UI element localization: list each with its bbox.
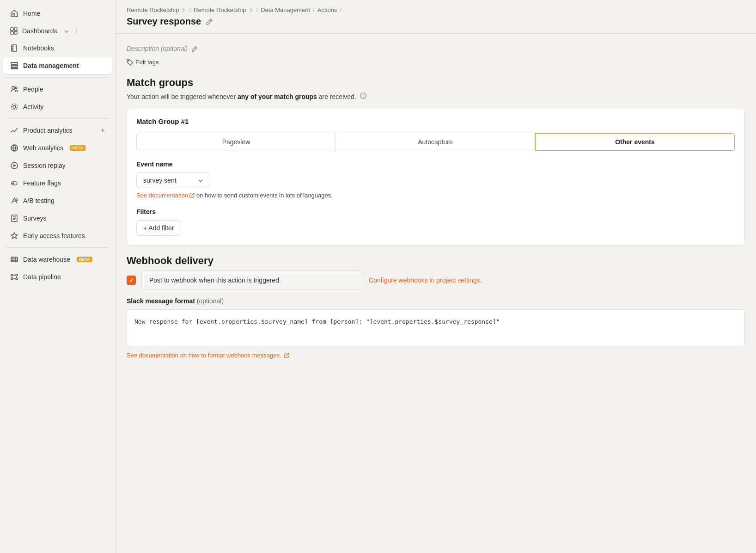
svg-rect-1 [14, 28, 17, 31]
sidebar-item-activity[interactable]: Activity [3, 98, 112, 115]
doc-link-suffix: on how to send custom events in lots of … [196, 192, 333, 199]
match-groups-desc-prefix: Your action will be triggered whenever [127, 93, 238, 100]
breadcrumb-sep-3: / [313, 6, 315, 13]
svg-rect-3 [14, 31, 17, 34]
sidebar-item-people-label: People [23, 86, 43, 93]
sidebar-divider-2 [6, 118, 110, 119]
sidebar-item-home[interactable]: Home [3, 5, 112, 22]
match-groups-title: Match groups [127, 77, 745, 89]
data-warehouse-icon [10, 255, 18, 264]
tab-autocapture[interactable]: Autocapture [336, 133, 535, 151]
plus-icon[interactable]: + [101, 126, 105, 135]
description-placeholder: Description (optional) [127, 45, 188, 52]
breadcrumb-sep-2: / [256, 6, 258, 13]
sidebar-item-early-access[interactable]: Early access features [3, 227, 112, 244]
sidebar-item-product-analytics[interactable]: Product analytics + [3, 122, 112, 139]
sidebar-item-data-pipeline[interactable]: Data pipeline [3, 269, 112, 285]
breadcrumb-bar: Remote Rocketship / Remote Rocketship / … [116, 0, 756, 34]
sidebar-item-session-replay-label: Session replay [23, 162, 66, 169]
data-pipeline-icon [10, 273, 18, 281]
sidebar-item-ab-testing[interactable]: A/B testing [3, 192, 112, 209]
webhook-section-title: Webhook delivery [127, 255, 745, 267]
data-management-icon [10, 61, 18, 70]
add-filter-button[interactable]: + Add filter [136, 220, 181, 236]
slack-format-label: Slack message format [127, 297, 195, 305]
svg-rect-2 [11, 31, 13, 34]
product-analytics-icon [10, 126, 18, 135]
sidebar-item-activity-label: Activity [23, 103, 43, 111]
sidebar-item-data-warehouse[interactable]: Data warehouse BETA [3, 251, 112, 268]
doc-link[interactable]: See documentation [136, 192, 195, 199]
sidebar-item-home-label: Home [23, 10, 40, 17]
breadcrumb-sep-1: / [189, 6, 191, 13]
event-name-dropdown[interactable]: survey sent [136, 172, 210, 188]
sidebar-item-web-analytics[interactable]: Web analytics BETA [3, 140, 112, 156]
early-access-icon [10, 232, 18, 240]
webhook-section: Webhook delivery ✓ Post to webhook when … [127, 255, 745, 359]
svg-rect-7 [11, 68, 18, 69]
web-analytics-beta-badge: BETA [70, 145, 85, 151]
svg-point-9 [15, 87, 17, 89]
dashboards-icon [10, 27, 18, 35]
sidebar: Home Dashboards | Notebooks [0, 0, 116, 553]
breadcrumb-chevron-1 [181, 7, 186, 13]
tab-pageview[interactable]: Pageview [137, 133, 336, 151]
webhook-checkbox-row: ✓ Post to webhook when this action is tr… [127, 270, 745, 290]
breadcrumb-label-3: Data Management [261, 6, 310, 13]
match-groups-desc-suffix: are received. [317, 93, 356, 100]
breadcrumb-item-2[interactable]: Remote Rocketship [194, 6, 253, 13]
info-icon [360, 92, 366, 99]
breadcrumb-item-3[interactable]: Data Management [261, 6, 310, 13]
event-name-label: Event name [136, 160, 735, 168]
slack-message-text: New response for [event.properties.$surv… [134, 318, 500, 325]
divider-icon: | [76, 28, 77, 34]
svg-point-11 [12, 104, 18, 110]
sidebar-item-data-management[interactable]: Data management [3, 57, 112, 74]
doc-link-text: See documentation [136, 192, 188, 199]
sidebar-item-web-analytics-label: Web analytics [23, 144, 63, 152]
sidebar-item-surveys[interactable]: Surveys [3, 210, 112, 227]
breadcrumb-item-4[interactable]: Actions [317, 6, 337, 13]
page-title: Survey response [127, 16, 201, 27]
webhook-doc-link[interactable]: See documentation on how to format webho… [127, 352, 289, 359]
svg-point-21 [16, 274, 18, 276]
breadcrumb: Remote Rocketship / Remote Rocketship / … [127, 6, 745, 13]
edit-description-button[interactable] [191, 45, 198, 52]
match-group-title: Match Group #1 [136, 117, 735, 125]
breadcrumb-label-1: Remote Rocketship [127, 6, 179, 13]
sidebar-item-dashboards[interactable]: Dashboards | [3, 23, 112, 39]
edit-tags-label: Edit tags [135, 59, 159, 66]
breadcrumb-chevron-2 [248, 7, 254, 13]
sidebar-item-feature-flags-label: Feature flags [23, 179, 61, 187]
slack-message-box[interactable]: New response for [event.properties.$surv… [127, 309, 745, 346]
sidebar-item-notebooks-label: Notebooks [23, 44, 54, 52]
sidebar-item-feature-flags[interactable]: Feature flags [3, 175, 112, 191]
tab-other-events[interactable]: Other events [535, 133, 735, 151]
sidebar-item-product-analytics-label: Product analytics [23, 127, 73, 134]
breadcrumb-item-1[interactable]: Remote Rocketship [127, 6, 186, 13]
match-group-card: Match Group #1 Pageview Autocapture Othe… [127, 108, 745, 246]
sidebar-item-notebooks[interactable]: Notebooks [3, 40, 112, 56]
people-icon [10, 85, 18, 93]
edit-title-button[interactable] [206, 18, 213, 26]
tabs-row: Pageview Autocapture Other events [136, 133, 735, 151]
page-title-row: Survey response [127, 16, 745, 33]
webhook-doc-link-text: See documentation on how to format webho… [127, 352, 281, 359]
sidebar-item-people[interactable]: People [3, 81, 112, 98]
webhook-doc-link-row: See documentation on how to format webho… [127, 352, 745, 359]
svg-point-20 [11, 274, 13, 276]
sidebar-divider-1 [6, 77, 110, 78]
configure-webhooks-link[interactable]: Configure webhooks in project settings. [369, 276, 482, 284]
content-area: Description (optional) Edit tags Match g… [116, 34, 756, 553]
feature-flags-icon [10, 179, 18, 187]
edit-tags-button[interactable]: Edit tags [127, 57, 745, 68]
svg-point-22 [11, 278, 13, 280]
svg-point-8 [12, 86, 15, 89]
sidebar-item-session-replay[interactable]: Session replay [3, 157, 112, 174]
activity-icon [10, 103, 18, 111]
sidebar-item-dashboards-label: Dashboards [22, 27, 57, 35]
svg-rect-4 [12, 45, 17, 51]
webhook-checkbox[interactable]: ✓ [127, 276, 136, 285]
breadcrumb-label-4: Actions [317, 6, 337, 13]
breadcrumb-sep-4: / [340, 6, 341, 13]
